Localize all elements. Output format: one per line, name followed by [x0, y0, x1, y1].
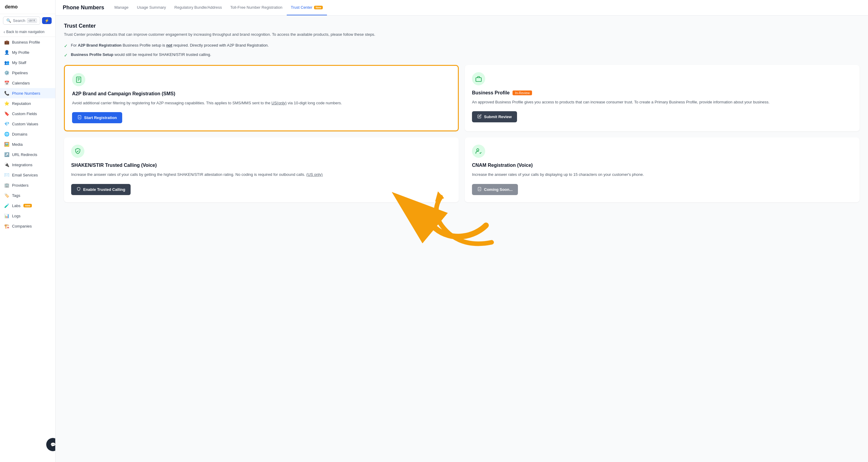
topbar-tabs: Manage Usage Summary Regulatory Bundle/A… [110, 0, 327, 15]
image-icon: 🖼️ [4, 142, 9, 147]
redirect-icon: ↗️ [4, 152, 9, 157]
sidebar-item-business-profile[interactable]: 💼 Business Profile [0, 37, 55, 47]
globe-icon: 🌐 [4, 132, 9, 137]
desc-underline: (US only) [306, 172, 322, 177]
card-btn-label-shaken-stir: Enable Trusted Calling [83, 187, 125, 192]
card-btn-icon-business-profile [477, 114, 482, 119]
tab-label-manage: Manage [114, 5, 128, 10]
fields-icon: 🔖 [4, 111, 9, 116]
page-title: Trust Center [64, 23, 860, 29]
sidebar-item-companies[interactable]: 🏗️ Companies [0, 221, 55, 231]
nav-list: 💼 Business Profile 👤 My Profile 👥 My Sta… [0, 37, 55, 231]
log-icon: 📊 [4, 213, 9, 218]
main-content: Phone Numbers Manage Usage Summary Regul… [56, 0, 868, 462]
card-btn-business-profile[interactable]: Submit Review [472, 111, 517, 122]
sidebar-label-calendars: Calendars [12, 81, 30, 85]
sidebar-item-integrations[interactable]: 🔌 Integrations [0, 160, 55, 170]
sidebar-label-email-services: Email Services [12, 173, 38, 177]
sidebar-item-email-services[interactable]: ✉️ Email Services [0, 170, 55, 180]
card-btn-icon-a2p [78, 115, 82, 120]
svg-rect-3 [476, 78, 481, 82]
card-title-cnam: CNAM Registration (Voice) [472, 163, 852, 168]
chat-button[interactable]: 💬 4 [46, 438, 56, 451]
card-btn-a2p[interactable]: Start Registration [72, 112, 122, 123]
check-text-1: For A2P Brand Registration Business Prof… [71, 42, 269, 49]
check-icon-2: ✓ [64, 52, 68, 59]
email-icon: ✉️ [4, 173, 9, 177]
sidebar-item-url-redirects[interactable]: ↗️ URL Redirects [0, 149, 55, 160]
sidebar-item-custom-fields[interactable]: 🔖 Custom Fields [0, 109, 55, 119]
card-desc-business-profile: An approved Business Profile gives you a… [472, 99, 852, 106]
search-area: 🔍 Search ctrl K ⚡ [0, 14, 55, 27]
desc-underline: US(only) [272, 101, 287, 105]
sidebar-item-pipelines[interactable]: ⚙️ Pipelines [0, 68, 55, 78]
sidebar-item-domains[interactable]: 🌐 Domains [0, 129, 55, 139]
sidebar-item-calendars[interactable]: 📅 Calendars [0, 78, 55, 88]
search-box[interactable]: 🔍 Search ctrl K [3, 17, 40, 25]
sidebar-label-phone-numbers: Phone Numbers [12, 91, 40, 95]
tag-icon: 🏷️ [4, 193, 9, 198]
sidebar-item-phone-numbers[interactable]: 📞 Phone Numbers [0, 88, 55, 98]
check-item-1: ✓ For A2P Brand Registration Business Pr… [64, 42, 860, 50]
calendar-icon: 📅 [4, 81, 9, 85]
sidebar-item-my-profile[interactable]: 👤 My Profile [0, 47, 55, 57]
sidebar-label-labs: Labs [12, 203, 21, 208]
sidebar-label-my-profile: My Profile [12, 50, 29, 55]
card-badge-business-profile: In-Review [513, 90, 532, 95]
tab-toll-free[interactable]: Toll-Free Number Registration [226, 0, 286, 15]
card-btn-label-cnam: Coming Soon... [484, 187, 513, 192]
card-cnam: CNAM Registration (Voice) Increase the a… [465, 137, 860, 202]
card-icon-business-profile [472, 72, 485, 85]
sidebar-item-custom-values[interactable]: 💎 Custom Values [0, 119, 55, 129]
topbar-title: Phone Numbers [63, 4, 104, 11]
card-btn-shaken-stir[interactable]: Enable Trusted Calling [71, 184, 131, 195]
card-shaken-stir: SHAKEN/STIR Trusted Calling (Voice) Incr… [64, 137, 459, 202]
card-desc-shaken-stir: Increase the answer rates of your calls … [71, 172, 452, 178]
sidebar-label-integrations: Integrations [12, 163, 32, 167]
tab-badge-trust-center: New [314, 6, 323, 9]
page-description: Trust Center provides products that can … [64, 32, 860, 37]
badge-labs: new [24, 204, 32, 207]
tab-label-usage-summary: Usage Summary [137, 5, 166, 10]
user-icon: 👤 [4, 50, 9, 55]
company-icon: 🏗️ [4, 224, 9, 228]
bolt-button[interactable]: ⚡ [42, 17, 52, 24]
search-label: Search [13, 18, 25, 23]
sidebar-label-companies: Companies [12, 224, 32, 228]
card-a2p: A2P Brand and Campaign Registration (SMS… [64, 65, 459, 132]
page-content: Trust Center Trust Center provides produ… [56, 16, 868, 462]
tab-trust-center[interactable]: Trust Center New [287, 0, 327, 15]
tab-regulatory[interactable]: Regulatory Bundle/Address [170, 0, 226, 15]
check-text-2: Business Profile Setup would still be re… [71, 52, 211, 58]
card-icon-shaken-stir [71, 145, 84, 158]
card-desc-a2p: Avoid additional carrier filtering by re… [72, 100, 451, 107]
tab-label-regulatory: Regulatory Bundle/Address [175, 5, 222, 10]
tab-label-toll-free: Toll-Free Number Registration [230, 5, 282, 10]
card-desc-cnam: Increase the answer rates of your calls … [472, 172, 852, 178]
sidebar-item-providers[interactable]: 🏢 Providers [0, 180, 55, 190]
tab-manage[interactable]: Manage [110, 0, 133, 15]
sidebar-item-my-staff[interactable]: 👥 My Staff [0, 57, 55, 68]
sidebar: demo 🔍 Search ctrl K ⚡ Back to main navi… [0, 0, 56, 462]
sidebar-label-custom-fields: Custom Fields [12, 112, 37, 116]
card-title-business-profile: Business Profile In-Review [472, 90, 852, 95]
app-logo: demo [0, 0, 55, 14]
back-navigation[interactable]: Back to main navigation [0, 27, 55, 37]
sidebar-item-media[interactable]: 🖼️ Media [0, 139, 55, 149]
card-title-a2p: A2P Brand and Campaign Registration (SMS… [72, 91, 451, 96]
phone-icon: 📞 [4, 91, 9, 95]
card-btn-cnam[interactable]: Coming Soon... [472, 184, 518, 195]
search-icon: 🔍 [6, 18, 11, 23]
card-btn-label-business-profile: Submit Review [484, 115, 512, 119]
sidebar-item-logs[interactable]: 📊 Logs [0, 211, 55, 221]
sidebar-item-reputation[interactable]: ⭐ Reputation [0, 98, 55, 109]
sidebar-item-labs[interactable]: 🧪 Labs new [0, 201, 55, 211]
check-icon-1: ✓ [64, 43, 68, 50]
card-btn-icon-cnam [477, 187, 482, 192]
puzzle-icon: 🔌 [4, 162, 9, 167]
sidebar-label-reputation: Reputation [12, 101, 31, 106]
sidebar-label-tags: Tags [12, 193, 20, 198]
tab-usage-summary[interactable]: Usage Summary [133, 0, 170, 15]
pipeline-icon: ⚙️ [4, 70, 9, 75]
sidebar-item-tags[interactable]: 🏷️ Tags [0, 190, 55, 201]
